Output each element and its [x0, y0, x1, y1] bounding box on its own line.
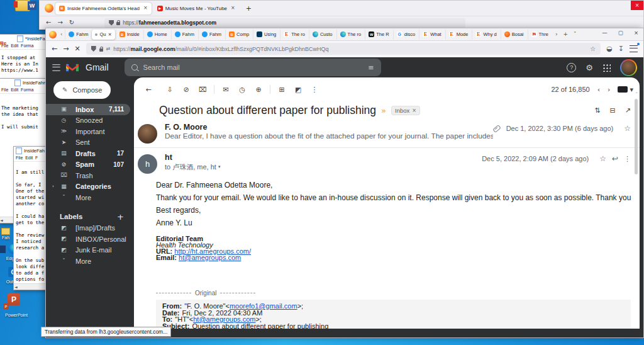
fah-shortcut-label[interactable]: Fah — [0, 235, 11, 240]
menu-icon[interactable] — [630, 45, 638, 52]
sidebar-item-categories[interactable]: ›▦Categories — [46, 181, 130, 193]
browser-tab[interactable]: 3NThre — [528, 30, 552, 40]
collapsed-message[interactable]: F. O. Moore Dear Editor, I have a questi… — [134, 120, 640, 145]
search-bar[interactable]: Search mail ≡ — [125, 59, 381, 76]
back-button[interactable]: ← — [52, 45, 57, 52]
scroll-left-icon[interactable]: ◄ — [14, 285, 18, 289]
delete-button[interactable]: ⌧ — [194, 86, 211, 93]
open-message-header[interactable]: h ht to 卢珠酒, me, ht▾ Dec 5, 2022, 2:09 A… — [134, 150, 640, 176]
mark-unread-button[interactable]: ✉ — [218, 86, 234, 93]
sidebar-item-trash[interactable]: ⌧Trash — [46, 170, 130, 181]
expand-all-icon[interactable]: ⇅ — [594, 107, 600, 114]
stop-button[interactable]: ✕ — [74, 45, 80, 52]
expander-icon[interactable]: › — [52, 184, 54, 189]
star-icon[interactable]: ☆ — [624, 125, 631, 132]
scroll-tabs-left-icon[interactable]: ‹ — [60, 32, 62, 37]
bookmark-star-icon[interactable]: ☆ — [590, 46, 596, 52]
forward-button[interactable]: → — [57, 20, 62, 26]
browser-tab[interactable]: ▶Music Moves Me - YouTube× — [153, 3, 239, 14]
browser-tab[interactable]: Custo — [309, 30, 336, 40]
more-button[interactable]: ⋮ — [306, 86, 323, 93]
browser-tab[interactable]: WThe R — [365, 30, 392, 40]
sidebar-item-more[interactable]: ˅More — [46, 192, 130, 203]
folder-icon[interactable] — [1, 228, 10, 235]
add-label-button[interactable]: + — [117, 213, 124, 221]
notepad-menubar[interactable]: File Edit Forma — [0, 86, 48, 94]
journal-email-link[interactable]: ht@amegroups.com — [179, 254, 241, 261]
older-button[interactable]: › — [608, 86, 610, 93]
archive-button[interactable]: ⇩ — [162, 86, 178, 93]
new-tab-button[interactable]: + — [564, 31, 569, 37]
horizontal-scrollbar[interactable]: ◄ — [14, 283, 48, 290]
notepad-text[interactable]: I stopped at Here is an In https://www.1 — [0, 50, 48, 74]
notepad-titlebar[interactable]: InsideFahmeen — [0, 79, 48, 86]
minimize-button[interactable]: — — [602, 30, 608, 36]
browser-tab[interactable]: Fahm — [65, 30, 91, 40]
browser-tab[interactable]: Fahm — [198, 30, 225, 40]
more-icon[interactable]: ⋮ — [624, 156, 631, 162]
notepad-menubar[interactable]: File Edit Forma — [0, 42, 48, 50]
url-bar[interactable]: https://fahmeenaodetta.blogspot.com — [104, 18, 465, 28]
main-menu-icon[interactable] — [52, 64, 60, 71]
back-to-inbox-button[interactable]: ← — [140, 86, 157, 93]
remove-label-icon[interactable]: × — [412, 108, 416, 113]
browser-tab[interactable]: EMode — [445, 30, 472, 40]
label-item-more[interactable]: ˅More — [46, 256, 130, 267]
reply-icon[interactable]: ↩ — [612, 155, 618, 162]
sidebar-item-drafts[interactable]: ▤Drafts17 — [46, 148, 130, 159]
notepad-titlebar[interactable]: *InsideFahmee — [0, 35, 48, 42]
list-tabs-icon[interactable]: ˅ — [574, 31, 577, 37]
forward-button[interactable]: → — [63, 45, 69, 52]
tab-close-icon[interactable]: × — [231, 6, 235, 11]
shield-icon[interactable] — [91, 46, 96, 52]
scrollbar-thumb[interactable] — [635, 99, 638, 174]
downloads-icon[interactable]: ↧ — [618, 45, 624, 52]
sidebar-item-snoozed[interactable]: ◷Snoozed — [46, 115, 130, 127]
recipients[interactable]: to 卢珠酒, me, ht▾ — [165, 162, 482, 172]
notepad-menubar[interactable]: File Edit F — [14, 154, 48, 162]
tab-close-icon[interactable]: × — [143, 6, 148, 11]
browser-tab[interactable]: Using — [253, 30, 279, 40]
url-bar[interactable]: ⇄ https://mail.google.com/mail/u/0/#inbo… — [86, 43, 601, 55]
sidebar-item-spam[interactable]: ⊘Spam107 — [46, 159, 130, 171]
browser-tab[interactable]: Home — [143, 30, 170, 40]
shield-icon[interactable] — [109, 20, 114, 26]
scroll-left-icon[interactable]: ◄ — [0, 218, 3, 222]
details-dropdown-icon[interactable]: ▾ — [218, 165, 221, 169]
browser-tab[interactable]: Qu× — [92, 30, 114, 40]
move-to-button[interactable]: ⊞ — [274, 86, 290, 93]
browser-tab[interactable]: BComp — [225, 30, 252, 40]
apps-grid-icon[interactable] — [602, 64, 611, 72]
browser-tab[interactable]: Fahm — [171, 30, 197, 40]
star-icon[interactable]: ☆ — [599, 155, 606, 162]
label-item-imapdrafts[interactable]: ◩[Imap]/Drafts — [46, 223, 130, 234]
account-avatar[interactable] — [620, 59, 637, 76]
label-item-junkemail[interactable]: ◩Junk E-mail — [46, 245, 130, 256]
input-tools-button[interactable]: ▾ — [618, 86, 633, 93]
browser-tab[interactable]: BInside — [116, 30, 143, 40]
report-spam-button[interactable]: ⊘ — [178, 86, 194, 93]
scroll-up-icon[interactable]: ˄ — [636, 93, 638, 97]
back-button[interactable]: ← — [46, 20, 51, 26]
recycle-shortcut-label[interactable]: Re — [0, 40, 6, 46]
help-icon[interactable]: ? — [567, 63, 576, 72]
lock-icon[interactable] — [99, 48, 103, 52]
gear-icon[interactable]: ⚙ — [586, 64, 593, 72]
search-filters-icon[interactable]: ≡ — [368, 64, 374, 71]
compose-button[interactable]: ✎ Compose — [53, 81, 111, 99]
browser-tab[interactable]: EWhat — [419, 30, 445, 40]
close-button[interactable]: × — [634, 30, 638, 36]
labels-button[interactable]: ◩ — [290, 86, 306, 93]
close-window-button[interactable]: × — [631, 1, 643, 10]
sidebar-item-inbox[interactable]: ▣Inbox7,111 — [46, 104, 130, 115]
open-in-new-icon[interactable]: ↗ — [625, 107, 631, 114]
print-icon[interactable]: ⊟ — [610, 107, 616, 114]
word-icon[interactable]: W — [28, 1, 36, 10]
maximize-button[interactable]: ▢ — [618, 30, 623, 36]
newer-button[interactable]: ‹ — [597, 86, 600, 93]
notepad-text[interactable]: The marketing the idea that I will submi… — [0, 94, 48, 130]
inbox-label-chip[interactable]: Inbox× — [391, 106, 420, 115]
browser-tab[interactable]: Bosai — [501, 30, 527, 40]
app-tile-icon[interactable] — [0, 246, 6, 253]
notepad-titlebar[interactable]: InsideFah — [14, 147, 48, 154]
